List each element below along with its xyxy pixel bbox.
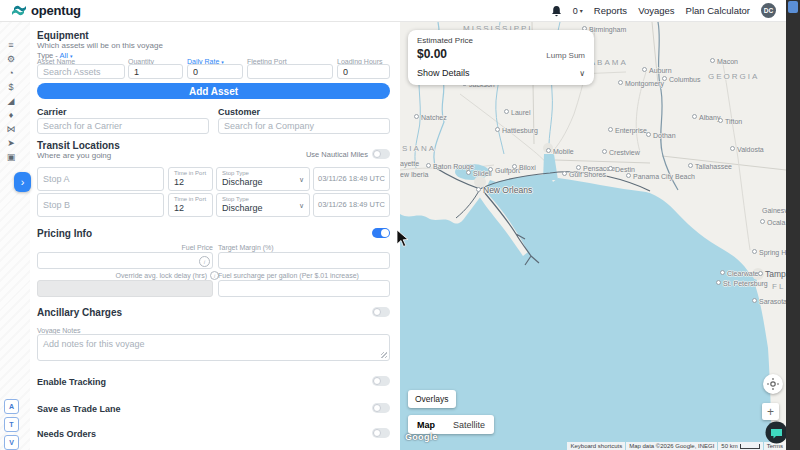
send-icon[interactable]: ➤: [7, 136, 15, 150]
stop-a-type-select[interactable]: Stop Type Discharge ∨: [216, 167, 310, 191]
voyage-notes-textarea[interactable]: [37, 334, 390, 361]
carrier-search-input[interactable]: [37, 118, 209, 134]
scale-bracket: [740, 444, 760, 449]
avatar[interactable]: DC: [761, 3, 776, 18]
map-label: Baton Rouge: [426, 163, 474, 170]
pricing-toggle[interactable]: [372, 228, 390, 238]
stop-a-input[interactable]: [37, 167, 164, 191]
chart-icon[interactable]: ◢: [8, 94, 15, 108]
map-label: Tifton: [718, 118, 742, 125]
estimated-price-card: Estimated Price $0.00 Lump Sum Show Deta…: [408, 30, 594, 85]
voyage-form: Equipment Which assets will be on this v…: [30, 22, 400, 450]
stop-b-time-in-port[interactable]: Time in Port 12: [168, 193, 213, 217]
nav-voyages[interactable]: Voyages: [638, 5, 674, 16]
map-label: ayette: [400, 160, 419, 167]
equipment-title: Equipment: [37, 30, 89, 41]
save-trade-lane-label: Save as Trade Lane: [37, 404, 121, 414]
bell-icon[interactable]: [551, 5, 562, 17]
map-label: Clearwater: [720, 270, 761, 277]
left-sidebar: ≡⚙◔$◢♦⋈➤▣ › A T V: [0, 22, 30, 450]
dev-button-t[interactable]: T: [4, 417, 19, 432]
stop-b-datetime[interactable]: 03/11/26 18:49 UTC: [313, 193, 390, 217]
nautical-miles-toggle[interactable]: [372, 149, 390, 159]
stop-b-input[interactable]: [37, 193, 164, 217]
add-asset-button[interactable]: Add Asset: [37, 83, 390, 99]
map-label: Gulf Shores: [562, 171, 606, 178]
feedback-button[interactable]: [765, 421, 786, 448]
overlays-button[interactable]: Overlays: [408, 390, 456, 408]
brand-name: opentug: [31, 3, 81, 18]
map-label: Crestview: [602, 149, 640, 156]
stop-a-datetime[interactable]: 03/11/26 18:49 UTC: [313, 167, 390, 191]
needs-orders-label: Needs Orders: [37, 429, 96, 439]
loading-hours-input[interactable]: [337, 64, 390, 79]
pricing-title: Pricing Info: [37, 228, 92, 239]
map-label-new-orleans: New Orleans: [476, 185, 532, 195]
map-label: Mobile: [546, 148, 574, 155]
fuel-surcharge-label: Fuel surcharge per gallon (Per $.01 incr…: [218, 272, 359, 279]
map-label-tampa: Tampa: [758, 269, 786, 279]
dollar-icon[interactable]: $: [8, 80, 13, 94]
map-type-satellite[interactable]: Satellite: [444, 415, 494, 434]
notification-dropdown[interactable]: 0 ▾: [573, 6, 583, 16]
keyboard-shortcuts-link[interactable]: Keyboard shortcuts: [567, 442, 625, 450]
ancillary-toggle[interactable]: [372, 307, 390, 317]
asset-search-input[interactable]: [37, 64, 125, 79]
save-trade-lane-toggle[interactable]: [372, 403, 390, 413]
map-panel[interactable]: MISSISSIPPIALABAMAGEORGIASIANAFLBirmingh…: [400, 22, 786, 450]
network-icon[interactable]: ⋈: [7, 122, 16, 136]
gear-icon[interactable]: ⚙: [7, 52, 15, 66]
map-canvas[interactable]: [400, 22, 786, 450]
fleeting-port-input[interactable]: [247, 64, 333, 79]
target-margin-input[interactable]: [218, 252, 390, 269]
dev-button-v[interactable]: V: [4, 435, 19, 450]
estimated-price-title: Estimated Price: [417, 36, 585, 45]
price-mode[interactable]: Lump Sum: [546, 51, 585, 60]
stop-b-type-select[interactable]: Stop Type Discharge ∨: [216, 193, 310, 217]
fuel-price-label: Fuel Price: [37, 244, 213, 251]
map-pan-button[interactable]: [763, 374, 783, 394]
map-label: Ocala: [760, 219, 785, 226]
carrier-label: Carrier: [37, 107, 67, 117]
map-label: Gainesv: [762, 207, 786, 214]
override-lock-delay-label: Override avg. lock delay (hrs): [37, 272, 207, 279]
dev-button-a[interactable]: A: [4, 399, 19, 414]
map-label-georgia: GEORGIA: [708, 72, 759, 81]
stop-a-time-in-port[interactable]: Time in Port 12: [168, 167, 213, 191]
zoom-in-button[interactable]: +: [762, 403, 779, 420]
fuel-surcharge-input[interactable]: [218, 280, 390, 297]
google-logo[interactable]: Google: [405, 432, 438, 442]
clock-icon[interactable]: ◔: [8, 66, 13, 80]
list-icon[interactable]: ≡: [8, 38, 13, 52]
map-label: Tallahassee: [688, 163, 732, 170]
map-label: Albany: [692, 114, 720, 121]
opentug-app: opentug 0 ▾ Reports Voyages Plan Calcula…: [0, 0, 800, 450]
map-label: Natchez: [414, 114, 447, 121]
map-label: ew Iberia: [400, 171, 428, 178]
fuel-icon[interactable]: ♦: [9, 108, 14, 122]
quantity-input[interactable]: [128, 64, 183, 79]
map-label: Macon: [710, 58, 738, 65]
chat-bubble-icon: [765, 421, 786, 444]
fuel-price-input[interactable]: [37, 252, 213, 269]
nav-plan-calculator[interactable]: Plan Calculator: [686, 5, 750, 16]
show-details-button[interactable]: Show Details ∨: [417, 68, 585, 78]
nautical-miles-label: Use Nautical Miles: [306, 150, 368, 159]
archive-icon[interactable]: ▣: [7, 150, 16, 164]
nav-reports[interactable]: Reports: [594, 5, 627, 16]
enable-tracking-toggle[interactable]: [372, 376, 390, 386]
customer-search-input[interactable]: [218, 118, 390, 134]
sidebar-expand-button[interactable]: ›: [14, 172, 31, 192]
map-label: Valdosta: [730, 146, 764, 153]
info-icon[interactable]: i: [199, 256, 210, 267]
customer-label: Customer: [218, 107, 260, 117]
daily-rate-input[interactable]: [187, 64, 243, 79]
needs-orders-toggle[interactable]: [372, 428, 390, 438]
equipment-subtitle: Which assets will be on this voyage: [37, 41, 163, 50]
scrollbar-thumb[interactable]: [788, 1, 798, 13]
chevron-down-icon: ∨: [579, 69, 585, 78]
page-scrollbar[interactable]: [786, 0, 800, 450]
brand-logo[interactable]: opentug: [12, 3, 81, 18]
map-label: Destin: [608, 166, 635, 173]
dev-shortcut-buttons: A T V: [4, 399, 19, 450]
